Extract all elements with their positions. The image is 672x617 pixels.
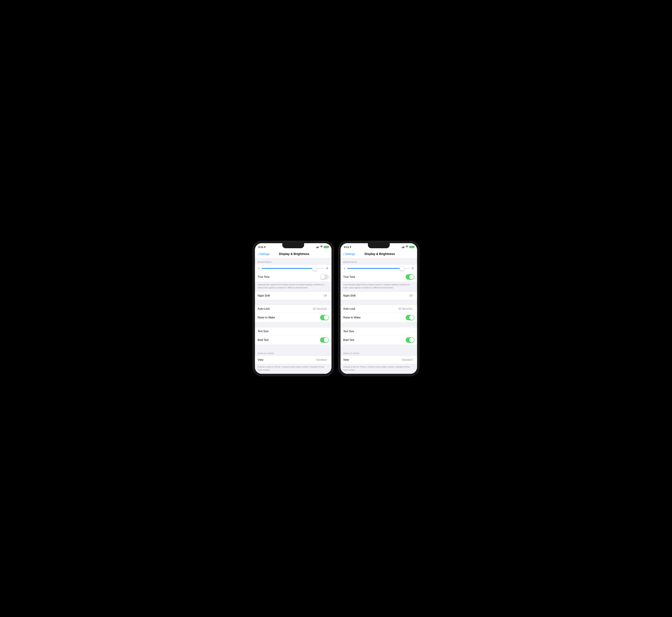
settings-body: BRIGHTNESS ☀ ☀ True Tone <box>341 258 417 374</box>
true-tone-thumb <box>409 274 414 279</box>
chevron-left-icon: ‹ <box>258 252 259 256</box>
true-tone-label: True Tone <box>258 275 320 278</box>
brightness-slider[interactable] <box>262 268 324 269</box>
auto-lock-label: Auto-Lock <box>343 307 398 311</box>
text-group: Text Size › Bold Text <box>341 327 417 345</box>
signal-bar-2 <box>403 247 403 248</box>
text-size-chevron: › <box>328 330 329 333</box>
auto-lock-group: Auto-Lock 30 Seconds › Raise to Wake <box>341 304 417 323</box>
signal-bar-4 <box>404 246 405 248</box>
battery-fill <box>410 246 413 248</box>
raise-to-wake-row: Raise to Wake <box>255 313 331 322</box>
signal-bars <box>316 246 319 248</box>
time-display: 3:11 <box>258 245 263 248</box>
text-group: Text Size › Bold Text <box>255 327 331 345</box>
nav-bar: ‹ Settings Display & Brightness <box>255 251 331 258</box>
chevron-left-icon: ‹ <box>343 252 345 256</box>
auto-lock-row[interactable]: Auto-Lock 30 Seconds › <box>341 305 417 313</box>
section-gap-2 <box>341 323 417 327</box>
view-label: View <box>343 358 402 361</box>
brightness-thumb[interactable] <box>312 266 317 271</box>
signal-bars <box>402 246 405 248</box>
section-gap-2 <box>255 323 331 327</box>
raise-to-wake-label: Raise to Wake <box>258 316 320 319</box>
wifi-signal-icon <box>320 246 323 248</box>
text-size-label: Text Size <box>258 330 328 333</box>
auto-lock-label: Auto-Lock <box>258 307 313 311</box>
battery-icon <box>324 246 328 248</box>
signal-bar-2 <box>317 247 317 248</box>
brightness-group: ☀ ☀ True Tone <box>255 264 331 282</box>
battery-icon <box>409 246 414 248</box>
sun-large-icon: ☀ <box>325 266 329 270</box>
bold-text-toggle[interactable] <box>320 337 329 343</box>
section-gap-3 <box>255 345 331 350</box>
night-shift-value: Off <box>409 294 413 297</box>
display-zoom-header: DISPLAY ZOOM <box>255 350 331 356</box>
text-size-row[interactable]: Text Size › <box>341 327 417 335</box>
location-arrow-icon <box>350 246 351 248</box>
view-value: Standard <box>402 358 413 361</box>
wifi-signal-icon <box>406 246 408 248</box>
location-arrow-icon <box>264 246 266 248</box>
night-shift-group: Night Shift Off › <box>341 291 417 300</box>
section-gap-3 <box>341 345 417 350</box>
auto-lock-value: 30 Seconds <box>313 307 327 311</box>
time-display: 3:11 <box>344 245 349 248</box>
brightness-section-header: BRIGHTNESS <box>255 258 331 264</box>
brightness-fill <box>262 268 314 269</box>
display-zoom-footer: Choose a view for iPhone. Zoomed shows l… <box>255 364 331 374</box>
signal-bar-1 <box>316 247 316 248</box>
display-zoom-group: View Standard › <box>255 356 331 364</box>
brightness-row: ☀ ☀ <box>255 264 331 272</box>
view-row[interactable]: View Standard › <box>255 356 331 364</box>
phone-screen: 3:11 <box>255 243 331 374</box>
nav-title: Display & Brightness <box>269 252 319 256</box>
view-row[interactable]: View Standard › <box>341 356 417 364</box>
back-button[interactable]: ‹ Settings <box>258 252 269 256</box>
status-bar: 3:11 <box>341 243 417 251</box>
signal-bar-1 <box>402 247 402 248</box>
phone-screen: 3:11 <box>341 243 417 374</box>
true-tone-thumb <box>320 274 325 279</box>
night-shift-row[interactable]: Night Shift Off › <box>341 292 417 300</box>
signal-bar-4 <box>318 246 319 248</box>
status-left: 3:11 <box>344 245 351 248</box>
brightness-slider[interactable] <box>347 268 409 269</box>
bold-text-label: Bold Text <box>343 339 406 342</box>
settings-body: BRIGHTNESS ☀ ☀ True Tone <box>255 258 331 374</box>
true-tone-label: True Tone <box>343 275 406 278</box>
text-size-row[interactable]: Text Size › <box>255 327 331 335</box>
true-tone-footer: Automatically adapt iPhone display based… <box>255 282 331 291</box>
auto-lock-chevron: › <box>328 307 329 311</box>
true-tone-row: True Tone <box>255 272 331 282</box>
view-value: Standard <box>316 358 327 361</box>
brightness-thumb[interactable] <box>400 266 404 271</box>
brightness-row: ☀ ☀ <box>341 264 417 272</box>
back-label[interactable]: Settings <box>259 252 269 256</box>
brightness-section-header: BRIGHTNESS <box>341 258 417 264</box>
true-tone-toggle[interactable] <box>406 274 414 280</box>
status-bar: 3:11 <box>255 243 331 251</box>
text-size-label: Text Size <box>343 330 414 333</box>
bold-text-row: Bold Text <box>341 335 417 345</box>
view-label: View <box>258 358 316 361</box>
back-label[interactable]: Settings <box>345 252 355 256</box>
auto-lock-row[interactable]: Auto-Lock 30 Seconds › <box>255 305 331 313</box>
raise-to-wake-toggle[interactable] <box>320 315 329 320</box>
true-tone-footer: Automatically adapt iPhone display based… <box>341 282 417 291</box>
bold-text-row: Bold Text <box>255 335 331 345</box>
night-shift-row[interactable]: Night Shift Off › <box>255 292 331 300</box>
section-gap-1 <box>255 300 331 304</box>
raise-to-wake-thumb <box>409 315 414 320</box>
nav-bar: ‹ Settings Display & Brightness <box>341 251 417 258</box>
back-button[interactable]: ‹ Settings <box>343 252 355 256</box>
raise-to-wake-toggle[interactable] <box>406 315 414 320</box>
sun-small-icon: ☀ <box>258 267 260 270</box>
sun-small-icon: ☀ <box>343 267 346 270</box>
auto-lock-chevron: › <box>414 307 414 311</box>
true-tone-toggle[interactable] <box>320 274 329 280</box>
bold-text-toggle[interactable] <box>406 337 414 343</box>
status-right <box>402 245 414 248</box>
phone-0: 3:11 <box>253 241 333 376</box>
